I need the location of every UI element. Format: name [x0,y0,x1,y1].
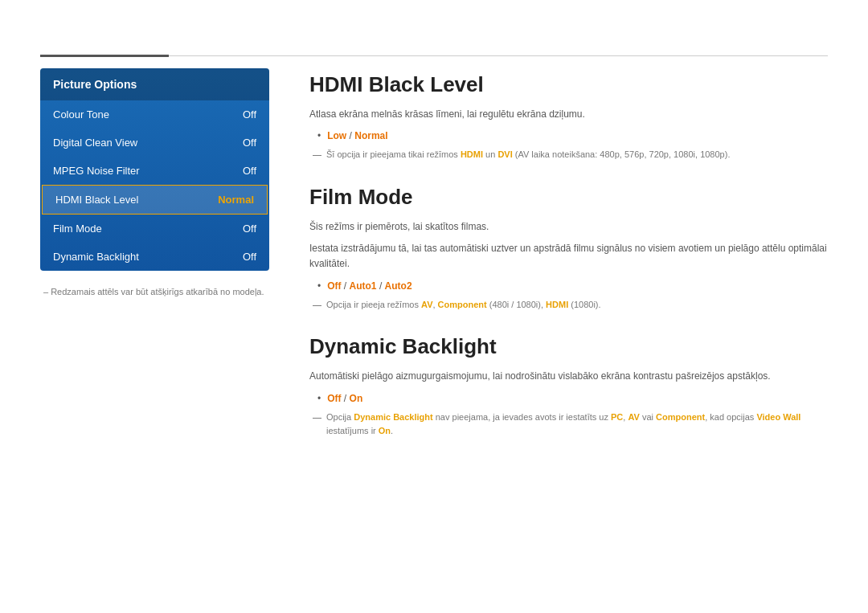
sidebar-item-label: Dynamic Backlight [53,251,139,263]
bullet-dot: • [317,391,321,407]
sidebar-item-label: Film Mode [53,223,102,235]
note-line: —Opcija ir pieeja režīmos AV, Component … [313,298,828,313]
note-text: Opcija ir pieeja režīmos AV, Component (… [326,298,601,313]
note-text: Šī opcija ir pieejama tikai režīmos HDMI… [326,148,730,162]
sidebar-item-value: Off [243,251,256,263]
sidebar-item-label: MPEG Noise Filter [53,165,140,177]
bullet-text: Off / On [327,391,362,407]
main-container: Picture Options Colour ToneOffDigital Cl… [40,68,828,461]
note-line: —Opcija Dynamic Backlight nav pieejama, … [313,411,828,439]
section-title: Film Mode [309,185,828,210]
sidebar-item-value: Normal [218,194,254,206]
sidebar-item-film-mode[interactable]: Film ModeOff [40,215,269,243]
section-desc: Šis režīms ir piemērots, lai skatītos fi… [309,219,828,235]
divider-left [40,55,169,57]
section-desc: Atlasa ekrāna melnās krāsas līmeni, lai … [309,107,828,122]
sidebar-item-colour-tone[interactable]: Colour ToneOff [40,100,269,129]
sidebar-item-digital-clean-view[interactable]: Digital Clean ViewOff [40,129,269,157]
section-title: Dynamic Backlight [309,334,828,359]
divider-right [169,55,828,56]
section-dynamic-backlight: Dynamic BacklightAutomātiski pielāgo aiz… [309,334,828,439]
note-dash: — [313,148,321,162]
sidebar-title: Picture Options [40,68,269,100]
sidebar-item-label: Digital Clean View [53,137,137,149]
note-dash: — [313,298,321,313]
bullet-item: •Low / Normal [317,129,828,144]
section-hdmi-black-level: HDMI Black LevelAtlasa ekrāna melnās krā… [309,72,828,162]
sidebar-item-value: Off [243,108,256,121]
top-divider [40,55,828,56]
section-desc: Automātiski pielāgo aizmugurgaismojumu, … [309,369,828,384]
sidebar-note: – Redzamais attēls var būt atšķirīgs atk… [40,287,269,296]
sidebar-item-hdmi-black-level[interactable]: HDMI Black LevelNormal [42,185,268,215]
section-desc2: Iestata izstrādājumu tā, lai tas automāt… [309,241,828,272]
sidebar-item-value: Off [243,137,256,149]
sidebar-item-value: Off [243,165,256,177]
sidebar-item-mpeg-noise-filter[interactable]: MPEG Noise FilterOff [40,157,269,185]
sidebar-item-value: Off [243,223,256,235]
sidebar-panel: Picture Options Colour ToneOffDigital Cl… [40,68,269,271]
bullet-text: Off / Auto1 / Auto2 [327,279,411,294]
sidebar-item-label: HDMI Black Level [55,194,138,206]
note-dash: — [313,411,321,425]
note-line: —Šī opcija ir pieejama tikai režīmos HDM… [313,148,828,162]
bullet-item: •Off / On [317,391,828,407]
bullet-dot: • [317,279,321,294]
bullet-text: Low / Normal [327,129,387,144]
sidebar: Picture Options Colour ToneOffDigital Cl… [40,68,269,461]
content-area: HDMI Black LevelAtlasa ekrāna melnās krā… [309,68,828,461]
bullet-item: •Off / Auto1 / Auto2 [317,279,828,294]
section-title: HDMI Black Level [309,72,828,97]
section-film-mode: Film ModeŠis režīms ir piemērots, lai sk… [309,185,828,312]
sidebar-item-label: Colour Tone [53,108,109,121]
sidebar-item-dynamic-backlight[interactable]: Dynamic BacklightOff [40,243,269,271]
bullet-dot: • [317,129,321,144]
note-text: Opcija Dynamic Backlight nav pieejama, j… [326,411,828,439]
